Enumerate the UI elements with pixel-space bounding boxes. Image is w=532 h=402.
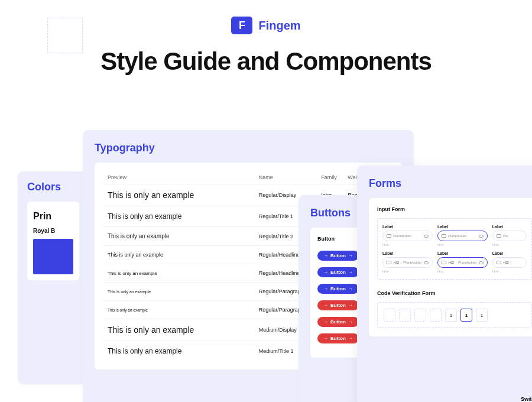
preview-cell: This is only an example — [103, 246, 254, 264]
country-prefix: +62 — [503, 261, 511, 264]
arrow-right-icon: → — [348, 319, 353, 325]
mail-icon — [442, 234, 446, 238]
text-input[interactable]: Pla — [492, 231, 527, 241]
colors-panel-inner: Prin Royal B — [27, 202, 79, 280]
preview-cell: This is only an example — [103, 184, 254, 206]
field-hint: Hint — [437, 243, 488, 247]
button-red[interactable]: →Button→ — [317, 333, 359, 343]
arrow-right-icon: → — [323, 303, 328, 308]
arrow-right-icon: → — [348, 303, 353, 308]
mail-icon — [387, 234, 391, 238]
colors-panel-title: Colors — [27, 181, 79, 193]
forms-panel-inner: Input Form Label Placeholder Hint Label … — [369, 198, 532, 336]
code-digit-empty[interactable] — [414, 309, 426, 322]
code-digit-empty[interactable] — [399, 309, 411, 322]
arrow-right-icon: → — [323, 286, 328, 291]
preview-cell: This is only an example — [103, 319, 254, 341]
forms-panel-title: Forms — [369, 177, 532, 190]
table-header: Family — [316, 171, 343, 184]
mail-icon — [497, 261, 501, 264]
field-hint: Hint — [382, 243, 433, 247]
placeholder-text: Placeholder — [448, 234, 467, 238]
button-label: Button — [330, 253, 346, 258]
mail-icon — [442, 261, 446, 264]
field-label: Label — [382, 225, 433, 229]
code-digit-empty[interactable] — [384, 309, 395, 322]
code-digit[interactable]: 1 — [445, 309, 457, 322]
field-hint: Hint — [382, 270, 433, 273]
field-hint: Hint — [437, 270, 488, 273]
preview-cell: This is only an example — [103, 301, 254, 319]
field-label: Label — [437, 225, 488, 229]
table-header: Preview — [103, 171, 254, 184]
button-label: Button — [330, 303, 346, 308]
table-header: Name — [254, 171, 316, 184]
placeholder-text: Placeholder — [458, 261, 477, 264]
text-input-active[interactable]: Placeholder — [437, 231, 488, 241]
button-label: Button — [330, 319, 346, 325]
logo-row: Fingem — [231, 17, 300, 34]
code-form-section-label: Code Verification Form — [377, 290, 532, 296]
preview-cell: This is only an example — [103, 341, 254, 362]
button-blue[interactable]: →Button→ — [317, 284, 359, 294]
button-label: Button — [330, 336, 346, 341]
code-verification-row: 1 1 1 — [377, 302, 532, 328]
button-label: Button — [330, 270, 346, 275]
arrow-right-icon: → — [323, 336, 328, 341]
placeholder-text: Placeholder — [393, 234, 412, 238]
brand-name: Fingem — [258, 19, 300, 33]
country-prefix: +62 — [448, 261, 456, 264]
preview-cell: This is only an example — [103, 283, 254, 301]
field-hint: Hint — [492, 270, 527, 273]
button-red[interactable]: →Button→ — [317, 317, 359, 327]
arrow-right-icon: → — [348, 270, 353, 275]
field-label: Label — [382, 251, 433, 255]
button-label: Button — [330, 286, 346, 291]
field-label: Label — [437, 251, 488, 255]
forms-panel: Forms Input Form Label Placeholder Hint … — [357, 166, 532, 402]
button-blue[interactable]: →Button→ — [317, 251, 359, 261]
input-form-section-label: Input Form — [377, 206, 532, 212]
country-prefix: +62 — [393, 261, 401, 264]
code-digit-active[interactable]: 1 — [460, 309, 472, 322]
decorative-box — [47, 18, 83, 53]
text-input-prefix[interactable]: +62 — [492, 257, 527, 268]
code-digit[interactable]: 1 — [476, 309, 488, 322]
placeholder-text: Placeholder — [403, 261, 422, 264]
arrow-right-icon: → — [348, 336, 353, 341]
arrow-right-icon: → — [323, 270, 328, 275]
field-label: Label — [492, 251, 527, 255]
arrow-right-icon: → — [348, 253, 353, 258]
form-field: Label +62 Hint — [492, 251, 527, 273]
form-field: Label Pla Hint — [492, 225, 527, 247]
text-input-prefix[interactable]: +62Placeholder — [382, 257, 433, 268]
mail-icon — [387, 261, 391, 264]
placeholder-text: Pla — [503, 234, 508, 238]
form-field: Label Placeholder Hint — [437, 225, 488, 247]
text-input[interactable]: Placeholder — [382, 231, 433, 241]
input-form-grid: Label Placeholder Hint Label Placeholder… — [377, 218, 532, 280]
color-swatch-royal-blue — [33, 239, 73, 274]
arrow-right-icon: → — [348, 286, 353, 291]
field-label: Label — [492, 225, 527, 229]
eye-icon — [479, 235, 484, 238]
eye-icon — [424, 261, 429, 264]
code-digit-empty[interactable] — [430, 309, 442, 322]
form-field: Label +62Placeholder Hint — [437, 251, 488, 273]
arrow-right-icon: → — [323, 319, 328, 325]
arrow-right-icon: → — [323, 253, 328, 258]
typography-panel-title: Typography — [95, 142, 402, 154]
text-input-prefix-active[interactable]: +62Placeholder — [437, 257, 488, 268]
switch-section-label: Switch — [521, 396, 532, 402]
preview-cell: This is only an example — [103, 206, 254, 227]
button-blue[interactable]: →Button→ — [317, 267, 359, 277]
colors-panel: Colors Prin Royal B — [18, 171, 89, 384]
eye-icon — [479, 261, 484, 264]
mail-icon — [497, 234, 501, 238]
form-field: Label +62Placeholder Hint — [382, 251, 433, 273]
colors-swatch-name: Royal B — [33, 228, 73, 234]
button-red[interactable]: →Button→ — [317, 300, 359, 310]
colors-primary-heading: Prin — [33, 211, 73, 222]
preview-cell: This is only an example — [103, 264, 254, 283]
fingem-logo-icon — [231, 17, 252, 34]
